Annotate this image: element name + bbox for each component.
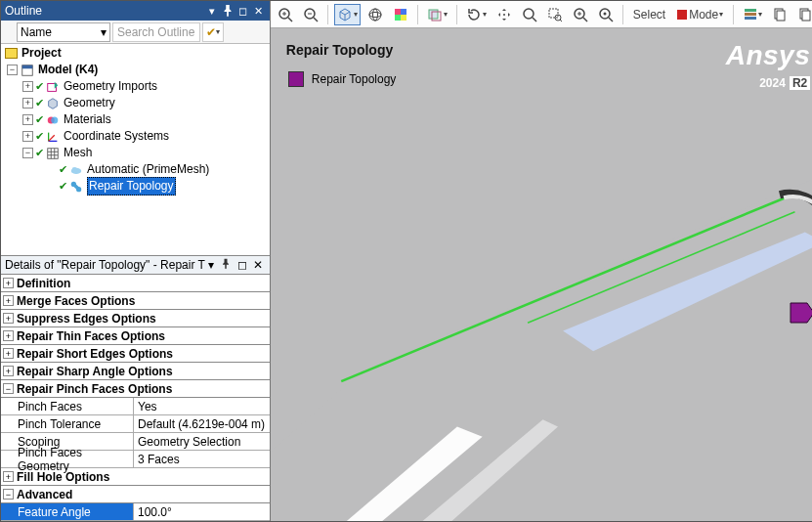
pan-button[interactable] [493,4,515,25]
flag-icon [677,10,687,20]
collapse-icon[interactable]: − [3,383,14,394]
tree-item-project[interactable]: Project [3,45,268,62]
window-icon[interactable]: ◻ [235,258,250,272]
shaded-button[interactable] [390,4,411,25]
tree-item-coordinate-systems[interactable]: + ✔ Coordinate Systems [3,128,268,145]
prop-row-feature-angle[interactable]: Feature Angle 100.0° [1,503,270,521]
zoom-reset-button[interactable] [595,4,617,25]
check-icon: ✔ [35,95,44,111]
expand-icon[interactable]: + [3,471,14,482]
chevron-down-icon: ▾ [101,25,107,39]
search-go-button[interactable]: ✔▾ [202,22,224,42]
tree-item-model[interactable]: − Model (K4) [3,62,268,78]
svg-point-4 [51,116,58,123]
expand-icon[interactable]: + [3,348,14,359]
check-icon: ✔ [35,145,44,161]
expand-icon[interactable]: + [22,114,33,125]
svg-rect-1 [22,65,33,68]
isometric-view-button[interactable]: ▾ [334,4,361,25]
tree-label: Materials [64,111,111,128]
section-merge-faces[interactable]: +Merge Faces Options [1,292,270,310]
svg-rect-38 [745,9,756,12]
tree-item-mesh[interactable]: − ✔ Mesh [3,145,268,161]
tree-item-geometry-imports[interactable]: + ✔ Geometry Imports [3,78,268,95]
svg-point-27 [503,14,505,16]
expand-icon[interactable]: + [3,295,14,306]
prop-value[interactable]: Default (4.6219e-004 m) [134,415,270,432]
prop-row-pinch-faces[interactable]: Pinch Faces Yes [1,398,270,415]
outline-tree[interactable]: Project − Model (K4) + ✔ Geometry Import… [1,44,270,255]
zoom-fit-button[interactable] [519,4,540,25]
tree-label: Geometry Imports [64,78,157,95]
section-repair-pinch[interactable]: −Repair Pinch Faces Options [1,380,270,398]
tree-item-automatic[interactable]: ✔ Automatic (PrimeMesh) [3,161,268,178]
prop-value[interactable]: Geometry Selection [134,433,270,450]
view-copy-button[interactable] [769,4,791,25]
section-repair-sharp[interactable]: +Repair Sharp Angle Options [1,363,270,380]
prop-value[interactable]: 3 Faces [134,451,270,467]
search-input[interactable]: Search Outline [112,22,200,42]
close-icon[interactable]: ✕ [252,4,266,18]
mode-dropdown-button[interactable]: Mode▾ [673,4,727,25]
tree-label: Project [21,45,62,62]
select-mode-button[interactable]: Select [629,4,669,25]
viewport-title: Repair Topology [286,42,393,58]
expand-icon[interactable]: + [22,81,33,92]
svg-point-20 [372,9,377,21]
expand-icon[interactable]: + [3,278,14,288]
topology-marker[interactable] [790,302,812,326]
outline-title: Outline [5,4,205,18]
window-icon[interactable]: ◻ [236,4,250,18]
graphics-viewport[interactable]: Repair Topology Repair Topology Ansys 20… [271,28,812,521]
tree-item-geometry[interactable]: + ✔ Geometry [3,95,268,111]
section-definition[interactable]: +Definition [1,275,270,292]
brand-logo: Ansys [726,40,811,71]
collapse-icon[interactable]: − [22,148,33,158]
svg-line-34 [583,18,587,22]
zoom-window-button[interactable] [544,4,566,25]
view-paste-button[interactable]: ▾ [794,4,812,25]
geometry-icon [45,97,61,110]
rotate-button[interactable]: ▾ [463,4,490,25]
prop-value[interactable]: Yes [134,398,270,414]
tree-item-materials[interactable]: + ✔ Materials [3,111,268,128]
expand-icon[interactable]: + [3,313,14,324]
repair-icon [68,180,84,194]
pin-icon[interactable] [217,258,235,273]
collapse-icon[interactable]: − [7,65,18,75]
zoom-all-button[interactable] [570,4,591,25]
close-icon[interactable]: ✕ [250,258,266,272]
expand-icon[interactable]: + [22,131,33,142]
brand-version: 2024R2 [726,71,811,92]
section-plane-button[interactable]: ▾ [424,4,450,25]
prop-row-pinch-tolerance[interactable]: Pinch Tolerance Default (4.6219e-004 m) [1,415,270,433]
details-title: Details of "Repair Topology" - Repair T [5,258,205,272]
prop-row-pinch-geometry[interactable]: Pinch Faces Geometry 3 Faces [1,451,270,468]
section-advanced[interactable]: −Advanced [1,486,270,503]
legend-label: Repair Topology [312,72,397,86]
svg-rect-21 [395,9,401,15]
wireframe-button[interactable] [364,4,386,25]
svg-point-37 [603,12,606,15]
dropdown-icon[interactable]: ▾ [205,4,219,18]
separator [733,5,734,24]
prop-value[interactable]: 100.0° [134,503,270,520]
section-fill-hole[interactable]: +Fill Hole Options [1,468,270,486]
dropdown-icon[interactable]: ▾ [205,258,217,272]
tree-item-repair-topology[interactable]: ✔ Repair Topology [3,178,268,195]
pin-icon[interactable] [221,4,235,18]
tree-label-selected: Repair Topology [87,177,176,196]
app-root: Outline ▾ ◻ ✕ Name ▾ Search Outline ✔▾ [0,0,812,522]
svg-point-7 [72,166,77,170]
filter-tree-button[interactable]: ▾ [740,4,765,25]
filter-type-dropdown[interactable]: Name ▾ [17,22,110,42]
expand-icon[interactable]: + [3,366,14,376]
collapse-icon[interactable]: − [3,489,14,500]
section-repair-thin[interactable]: +Repair Thin Faces Options [1,327,270,345]
zoom-in-button[interactable] [275,4,296,25]
section-suppress-edges[interactable]: +Suppress Edges Options [1,310,270,327]
expand-icon[interactable]: + [22,98,33,109]
expand-icon[interactable]: + [3,330,14,341]
zoom-out-button[interactable] [300,4,321,25]
section-repair-short[interactable]: +Repair Short Edges Options [1,345,270,363]
